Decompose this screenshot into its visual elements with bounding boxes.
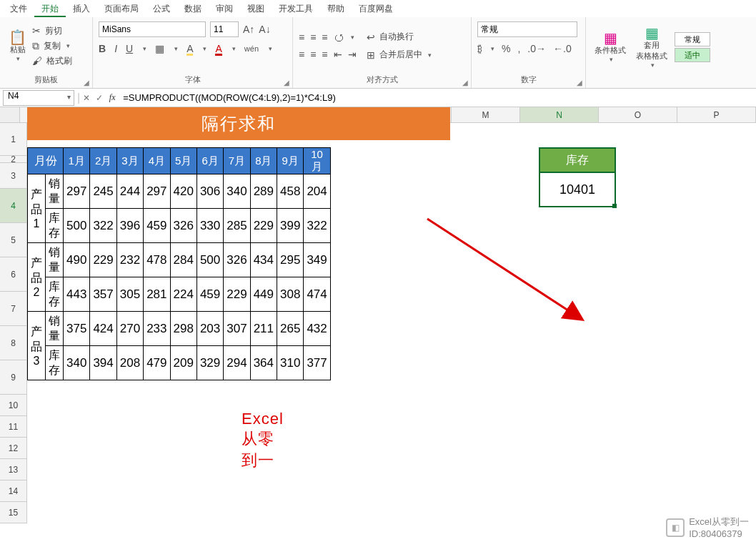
menu-item-0[interactable]: 文件 — [3, 1, 34, 17]
data-cell[interactable]: 289 — [250, 174, 277, 209]
data-cell[interactable]: 340 — [64, 346, 90, 380]
data-cell[interactable]: 329 — [197, 346, 223, 380]
bold-button[interactable]: B — [99, 43, 106, 54]
cut-button[interactable]: ✂剪切 — [32, 25, 72, 37]
fx-button[interactable]: fx — [106, 92, 119, 103]
data-cell[interactable]: 232 — [116, 243, 143, 277]
data-cell[interactable]: 340 — [224, 174, 250, 209]
row-header-10[interactable]: 10 — [0, 395, 27, 416]
data-cell[interactable]: 244 — [116, 174, 143, 209]
data-cell[interactable]: 295 — [277, 243, 304, 277]
data-cell[interactable]: 229 — [90, 243, 116, 277]
row-header-14[interactable]: 14 — [0, 480, 27, 502]
currency-icon[interactable]: ₿ — [477, 43, 482, 54]
table-format-button[interactable]: ▦套用 表格格式▾ — [633, 24, 670, 70]
dialog-launcher-icon[interactable]: ◢ — [462, 79, 468, 87]
col-header-N[interactable]: N — [520, 107, 599, 122]
data-cell[interactable]: 306 — [197, 174, 223, 209]
data-cell[interactable]: 420 — [170, 174, 197, 209]
row-header-2[interactable]: 2 — [0, 156, 27, 163]
data-cell[interactable]: 270 — [116, 312, 143, 346]
data-cell[interactable]: 285 — [224, 209, 250, 243]
underline-button[interactable]: U — [126, 43, 133, 54]
data-cell[interactable]: 458 — [277, 174, 304, 209]
data-cell[interactable]: 396 — [116, 209, 143, 243]
data-cell[interactable]: 364 — [250, 346, 277, 380]
italic-button[interactable]: I — [114, 43, 117, 54]
merge-center-button[interactable]: ⊞合并后居中▾ — [367, 49, 432, 61]
data-cell[interactable]: 326 — [224, 243, 250, 277]
format-painter-button[interactable]: 🖌格式刷 — [32, 55, 72, 67]
row-header-7[interactable]: 7 — [0, 292, 27, 326]
dialog-launcher-icon[interactable]: ◢ — [284, 79, 289, 87]
percent-icon[interactable]: % — [502, 43, 510, 54]
menu-item-3[interactable]: 页面布局 — [97, 1, 146, 17]
data-cell[interactable]: 490 — [64, 243, 90, 277]
align-top-icon[interactable]: ≡ — [299, 31, 304, 43]
data-cell[interactable]: 459 — [144, 209, 170, 243]
data-cell[interactable]: 394 — [90, 346, 116, 380]
row-header-13[interactable]: 13 — [0, 459, 27, 480]
indent-increase-icon[interactable]: ⇥ — [348, 49, 357, 60]
data-cell[interactable]: 204 — [304, 174, 330, 209]
decrease-decimal-icon[interactable]: ←.0 — [553, 43, 572, 54]
data-cell[interactable]: 459 — [197, 277, 223, 312]
data-cell[interactable]: 310 — [277, 346, 304, 380]
menu-item-7[interactable]: 视图 — [240, 1, 272, 17]
data-cell[interactable]: 432 — [304, 312, 330, 346]
data-cell[interactable]: 322 — [90, 209, 116, 243]
row-header-3[interactable]: 3 — [0, 163, 27, 189]
data-cell[interactable]: 294 — [224, 346, 250, 380]
data-cell[interactable]: 308 — [277, 277, 304, 312]
dialog-launcher-icon[interactable]: ◢ — [84, 79, 89, 87]
align-middle-icon[interactable]: ≡ — [310, 31, 316, 43]
accept-formula-button[interactable]: ✓ — [93, 93, 106, 103]
data-cell[interactable]: 298 — [170, 312, 197, 346]
col-header-O[interactable]: O — [599, 107, 677, 122]
data-cell[interactable]: 322 — [304, 209, 330, 243]
data-cell[interactable]: 326 — [170, 209, 197, 243]
data-cell[interactable]: 349 — [304, 243, 330, 277]
data-cell[interactable]: 209 — [170, 346, 197, 380]
number-format-select[interactable] — [477, 21, 577, 37]
conditional-format-button[interactable]: ▦条件格式▾ — [592, 29, 629, 64]
align-bottom-icon[interactable]: ≡ — [322, 31, 327, 43]
row-header-5[interactable]: 5 — [0, 223, 27, 257]
data-cell[interactable]: 443 — [64, 277, 90, 312]
font-size-select[interactable] — [210, 21, 239, 37]
align-right-icon[interactable]: ≡ — [322, 49, 327, 60]
data-cell[interactable]: 478 — [144, 243, 170, 277]
data-cell[interactable]: 434 — [250, 243, 277, 277]
data-cell[interactable]: 377 — [304, 346, 330, 380]
row-header-15[interactable]: 15 — [0, 502, 27, 523]
menu-item-6[interactable]: 审阅 — [209, 1, 240, 17]
select-all-corner[interactable] — [0, 107, 20, 122]
indent-decrease-icon[interactable]: ⇤ — [334, 49, 342, 60]
data-cell[interactable]: 224 — [170, 277, 197, 312]
orientation-icon[interactable]: ⭯ — [334, 31, 344, 43]
data-cell[interactable]: 233 — [144, 312, 170, 346]
data-cell[interactable]: 500 — [64, 209, 90, 243]
row-header-4[interactable]: 4 — [0, 189, 27, 223]
increase-decimal-icon[interactable]: .0→ — [527, 43, 546, 54]
data-cell[interactable]: 211 — [250, 312, 277, 346]
menu-item-1[interactable]: 开始 — [34, 1, 66, 17]
copy-button[interactable]: ⧉复制▾ — [32, 40, 72, 52]
align-center-icon[interactable]: ≡ — [310, 49, 316, 60]
data-cell[interactable]: 500 — [197, 243, 223, 277]
data-cell[interactable]: 357 — [90, 277, 116, 312]
align-left-icon[interactable]: ≡ — [299, 49, 304, 60]
menu-item-5[interactable]: 数据 — [177, 1, 209, 17]
style-good[interactable]: 适中 — [675, 48, 710, 62]
cancel-formula-button[interactable]: ✕ — [80, 93, 93, 103]
data-cell[interactable]: 297 — [144, 174, 170, 209]
data-cell[interactable]: 330 — [197, 209, 223, 243]
paste-button[interactable]: 📋 粘贴 ▾ — [6, 29, 29, 64]
dialog-launcher-icon[interactable]: ◢ — [577, 79, 582, 87]
formula-input[interactable] — [119, 90, 756, 106]
row-header-12[interactable]: 12 — [0, 438, 27, 459]
data-cell[interactable]: 265 — [277, 312, 304, 346]
data-cell[interactable]: 281 — [144, 277, 170, 312]
data-cell[interactable]: 375 — [64, 312, 90, 346]
font-name-select[interactable] — [99, 21, 206, 37]
